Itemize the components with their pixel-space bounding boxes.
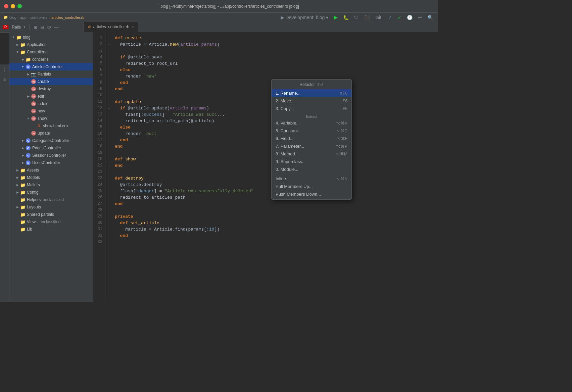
sidebar-item-categories-controller[interactable]: ▶ C CategoriesController (9, 137, 93, 144)
sidebar-label-blog: blog (23, 35, 31, 40)
stop-icon[interactable]: ⬛ (363, 14, 371, 21)
menu-item-field[interactable]: 6. Field... ⌥⌘F (272, 135, 351, 142)
coverage-icon[interactable]: 🛡 (353, 14, 360, 21)
sidebar-item-new[interactable]: m new (9, 107, 93, 115)
method-icon-create: m (31, 79, 36, 84)
sidebar-item-shared-partials[interactable]: 📁 Shared partials (9, 211, 93, 218)
sidebar-label-edit: edit (38, 94, 44, 99)
minimize-button[interactable] (11, 4, 15, 8)
menu-item-superclass[interactable]: 9. Superclass... (272, 158, 351, 165)
sidebar-item-blog[interactable]: ▼ 📁 blog (9, 34, 93, 41)
sidebar-item-application[interactable]: ▶ 📁 Application (9, 41, 93, 48)
collapse-icon[interactable]: — (54, 24, 59, 30)
git-history[interactable]: 🕐 (406, 14, 414, 21)
sidebar-item-concerns[interactable]: ▶ 📁 concerns (9, 56, 93, 63)
run-config[interactable]: ▶ Development: blog ▾ (279, 14, 330, 21)
sidebar-item-lib[interactable]: 📁 Lib (9, 226, 93, 233)
sidebar-item-models[interactable]: ▶ 📁 Models (9, 174, 93, 181)
toggle-edit[interactable]: ▶ (26, 95, 31, 98)
sidebar-item-show[interactable]: ▼ m show (9, 115, 93, 122)
menu-item-method[interactable]: 8. Method... ⌥⌘M (272, 150, 351, 158)
breadcrumb-controllers[interactable]: controllers (31, 15, 48, 19)
menu-item-variable[interactable]: 4. Variable... ⌥⌘V (272, 119, 351, 127)
filter-icon[interactable]: ⊟ (40, 24, 44, 30)
sidebar-item-pages-controller[interactable]: ▶ C PagesController (9, 144, 93, 152)
sidebar-label-sessions: SessionsController (32, 153, 66, 158)
toggle-layouts[interactable]: ▶ (15, 205, 20, 209)
sidebar-item-articles-controller[interactable]: ▼ C ArticlesController (9, 63, 93, 70)
toggle-assets[interactable]: ▶ (15, 168, 20, 172)
breadcrumb-file[interactable]: articles_controller.rb (51, 15, 84, 19)
sidebar-item-edit[interactable]: ▶ m edit (9, 93, 93, 100)
sidebar-item-layouts[interactable]: ▶ 📁 Layouts (9, 203, 93, 211)
toggle-models[interactable]: ▶ (15, 176, 20, 179)
sidebar-label-views: Views (27, 219, 38, 224)
menu-item-inline[interactable]: Inline... ⌥⌘N (272, 175, 351, 183)
sidebar-item-update[interactable]: m update (9, 130, 93, 137)
menu-item-parameter[interactable]: 7. Parameter... ⌥⌘P (272, 142, 351, 150)
run-button[interactable]: ▶ (332, 13, 339, 21)
menu-item-module[interactable]: 0. Module... (272, 165, 351, 173)
sidebar-item-mailers[interactable]: ▶ 📁 Mailers (9, 181, 93, 189)
toggle-sessions[interactable]: ▶ (20, 154, 26, 157)
folder-icon: 📁 (16, 35, 21, 40)
menu-item-push-members-down[interactable]: Push Members Down... (272, 190, 351, 198)
toggle-pages[interactable]: ▶ (20, 146, 26, 150)
toggle-show[interactable]: ▼ (26, 117, 31, 120)
sidebar-item-sessions-controller[interactable]: ▶ C SessionsController (9, 152, 93, 159)
partials-folder-icon: 📷 (31, 71, 36, 77)
toggle-controllers[interactable]: ▼ (15, 50, 20, 54)
breadcrumb-blog[interactable]: 📁 blog (3, 15, 16, 19)
sidebar-item-index[interactable]: m index (9, 100, 93, 107)
folder-icon-controllers: 📁 (20, 49, 26, 55)
search-icon[interactable]: 🔍 (426, 14, 434, 21)
sidebar-label-update: update (38, 131, 50, 136)
method-icon-new: m (31, 108, 36, 114)
left-btn-1[interactable]: ⋮ (1, 66, 8, 74)
git-check[interactable]: ✓ (387, 14, 393, 21)
folder-icon: 📁 (3, 15, 8, 19)
toggle-partials[interactable]: ▶ (26, 72, 31, 76)
sidebar-item-create[interactable]: m create (9, 78, 93, 85)
sidebar-item-partials[interactable]: ▶ 📷 Partials (9, 70, 93, 78)
toggle-application[interactable]: ▶ (15, 43, 20, 46)
add-icon[interactable]: ⊕ (34, 24, 38, 30)
maximize-button[interactable] (17, 4, 22, 8)
menu-item-copy[interactable]: 3. Copy... F5 (272, 105, 351, 112)
git-revert[interactable]: ↩ (417, 14, 423, 21)
toggle-users[interactable]: ▶ (20, 161, 26, 164)
settings-icon[interactable]: ⚙ (47, 24, 51, 30)
toggle-concerns[interactable]: ▶ (20, 58, 26, 61)
menu-item-constant[interactable]: 5. Constant... ⌥⌘C (272, 127, 351, 135)
sidebar-item-controllers[interactable]: ▼ 📁 Controllers (9, 48, 93, 56)
close-button[interactable] (4, 4, 8, 8)
sidebar-item-views[interactable]: 📁 Views unclassified (9, 218, 93, 226)
toggle-config[interactable]: ▶ (15, 191, 20, 194)
code-area: 1 2 3 4 5 6 7 8 9 10 11 12 13 14 15 16 1… (93, 32, 438, 302)
toggle-categories[interactable]: ▶ (20, 139, 26, 142)
toggle-blog[interactable]: ▼ (11, 36, 16, 39)
menu-item-move[interactable]: 2. Move... F6 (272, 97, 351, 105)
mailers-icon: 📁 (20, 182, 26, 188)
menu-item-pull-members-up[interactable]: Pull Members Up... (272, 183, 351, 190)
sidebar-item-helpers[interactable]: 📁 Helpers unclassified (9, 196, 93, 203)
sidebar-item-config[interactable]: ▶ 📁 Config (9, 189, 93, 196)
debug-icon[interactable]: 🐛 (342, 14, 350, 21)
sidebar-item-assets[interactable]: ▶ 📁 Assets (9, 166, 93, 174)
toolbar-right: ▶ Development: blog ▾ ▶ 🐛 🛡 ⬛ Git: ✓ ✓ 🕐… (279, 13, 434, 21)
tab-close-icon[interactable]: ✕ (131, 25, 134, 29)
tab-rb-icon: rb (88, 25, 91, 29)
left-btn-2[interactable]: ≡ (1, 76, 8, 83)
sidebar-item-show-html-erb[interactable]: R show.html.erb (9, 122, 93, 130)
toggle-articles-controller[interactable]: ▼ (20, 65, 26, 68)
breadcrumb-app[interactable]: app (20, 15, 26, 19)
sidebar-item-destroy[interactable]: m destroy (9, 85, 93, 93)
menu-item-rename[interactable]: 1. Rename... ⇧F6 (272, 89, 351, 97)
toggle-mailers[interactable]: ▶ (15, 183, 20, 187)
tab-articles-controller[interactable]: rb articles_controller.rb ✕ (84, 22, 138, 32)
sidebar-label-shared-partials: Shared partials (27, 212, 54, 217)
git-commit[interactable]: ✓ (396, 14, 403, 21)
sidebar-item-users-controller[interactable]: ▶ C UsersController (9, 159, 93, 166)
window-title: blog [~/RubymineProjects/blog] - .../app… (26, 4, 434, 9)
method-icon-destroy: m (31, 86, 36, 92)
